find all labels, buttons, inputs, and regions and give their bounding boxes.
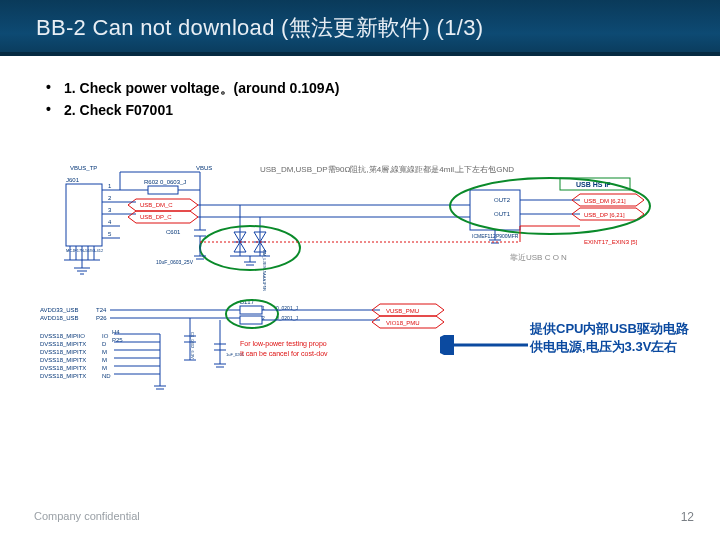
svg-text:M: M [102, 349, 107, 355]
svg-rect-62 [470, 190, 520, 230]
svg-text:USB_DP  [6,21]: USB_DP [6,21] [584, 212, 625, 218]
svg-rect-117 [240, 316, 262, 324]
highlight-oval-diodes [200, 226, 300, 270]
svg-text:USB_DP_C: USB_DP_C [140, 214, 172, 220]
svg-text:NM_LXES15AAA1F5R: NM_LXES15AAA1F5R [262, 250, 267, 291]
svg-text:DVSS18_MIPITX: DVSS18_MIPITX [40, 341, 86, 347]
svg-text:T24: T24 [96, 307, 107, 313]
svg-rect-0 [66, 184, 102, 246]
svg-text:C601: C601 [166, 229, 181, 235]
svg-text:DVSS18_MIPITX: DVSS18_MIPITX [40, 349, 86, 355]
svg-text:2: 2 [108, 195, 112, 201]
bullet-list: 1. Check power voltage。(around 0.109A) 2… [0, 56, 720, 128]
svg-text:M: M [102, 365, 107, 371]
svg-rect-28 [148, 186, 178, 194]
svg-text:P26: P26 [96, 315, 107, 321]
svg-text:D: D [102, 341, 107, 347]
svg-text:10uF_0603_25V: 10uF_0603_25V [156, 259, 194, 265]
svg-text:MCJF17N-56G3-412: MCJF17N-56G3-412 [66, 248, 104, 253]
svg-text:DVSS18_MIPITX: DVSS18_MIPITX [40, 357, 86, 363]
slide-title: BB-2 Can not download (無法更新軟件) (1/3) [36, 13, 483, 43]
svg-text:1: 1 [108, 183, 112, 189]
svg-text:R602   0_0603_J: R602 0_0603_J [144, 179, 186, 185]
svg-text:C0_0402_6.3V: C0_0402_6.3V [190, 332, 195, 359]
svg-text:For low-power testing propo: For low-power testing propo [240, 340, 327, 348]
svg-text:USB_DM,USB_DP需90Ω阻抗,第4層,線寬線距都是: USB_DM,USB_DP需90Ω阻抗,第4層,線寬線距都是4mil,上下左右包… [260, 165, 514, 174]
svg-text:It can be cancel for cost-dov: It can be cancel for cost-dov [240, 350, 328, 357]
mipi-pin-list: DVSS18_MIPIIO DVSS18_MIPITX DVSS18_MIPIT… [40, 333, 111, 379]
title-bar: BB-2 Can not download (無法更新軟件) (1/3) [0, 0, 720, 56]
bullet-2: 2. Check F07001 [46, 102, 680, 118]
svg-text:VBUS: VBUS [196, 165, 212, 171]
page-number: 12 [681, 510, 694, 524]
svg-text:OUT2: OUT2 [494, 197, 511, 203]
svg-text:3: 3 [108, 207, 112, 213]
svg-text:VIO18_PMU: VIO18_PMU [386, 320, 420, 326]
callout-annotation: 提供CPU内部USB驱动电路供电电源,电压为3.3V左右 [530, 320, 700, 355]
svg-text:USB_DM_C: USB_DM_C [140, 202, 173, 208]
svg-text:VBUS_TP: VBUS_TP [70, 165, 97, 171]
svg-text:OUT1: OUT1 [494, 211, 511, 217]
svg-text:DVSS18_MIPIIO: DVSS18_MIPIIO [40, 333, 85, 339]
svg-text:4: 4 [108, 219, 112, 225]
svg-text:5: 5 [108, 231, 112, 237]
footer-text: Company confidential [34, 510, 140, 522]
svg-text:VUSB_PMU: VUSB_PMU [386, 308, 419, 314]
svg-text:DVSS18_MIPITX: DVSS18_MIPITX [40, 365, 86, 371]
svg-text:EXINT17_EXIN3   [5]: EXINT17_EXIN3 [5] [584, 239, 638, 245]
svg-text:J601: J601 [66, 177, 80, 183]
svg-text:靠近USB C O N: 靠近USB C O N [510, 253, 567, 262]
svg-text:USB_DM  [6,21]: USB_DM [6,21] [584, 198, 626, 204]
svg-text:AVDD18_USB: AVDD18_USB [40, 315, 79, 321]
svg-text:DVSS18_MIPITX: DVSS18_MIPITX [40, 373, 86, 379]
svg-rect-116 [240, 306, 262, 314]
svg-text:AVDD33_USB: AVDD33_USB [40, 307, 79, 313]
schematic-diagram: J601 MCJF17N-56G3-412 1 2 3 4 5 VBUS_TP … [40, 160, 680, 440]
svg-text:M: M [102, 357, 107, 363]
svg-text:ND: ND [102, 373, 111, 379]
svg-text:IO: IO [102, 333, 109, 339]
bullet-1: 1. Check power voltage。(around 0.109A) [46, 80, 680, 98]
callout-arrow [440, 335, 530, 355]
